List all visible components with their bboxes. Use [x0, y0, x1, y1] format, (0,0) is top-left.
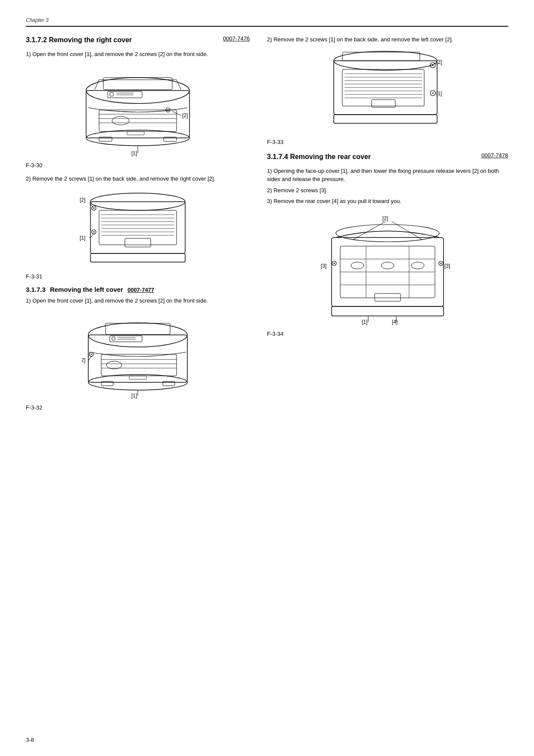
label-2-f33: [2] [436, 59, 442, 65]
figure-F-3-33-label: F-3-33 [267, 139, 508, 145]
svg-rect-48 [110, 336, 142, 342]
label-2-f32: [2] [82, 357, 85, 363]
svg-rect-47 [106, 323, 170, 334]
section-3172-ref: 0007-7476 [223, 35, 250, 42]
figure-F-3-33-container: [2] [1] [267, 50, 508, 136]
label-4-f34: [4] [392, 319, 397, 325]
step-3174-1: 1) Opening the face-up cover [1], and th… [267, 167, 508, 184]
left-column: 3.1.7.2 Removing the right cover 0007-74… [26, 35, 250, 417]
section-3174-title: 3.1.7.4 Removing the rear cover [267, 152, 481, 162]
svg-point-56 [106, 361, 122, 369]
label-3-left-f34: [3] [321, 263, 326, 269]
label-2-f31: [2] [80, 197, 85, 203]
svg-point-15 [112, 116, 129, 125]
figure-F-3-31-container: [1] [2] [26, 189, 250, 271]
label-2-f34-top: [2] [382, 216, 388, 222]
figure-F-3-34: [2] [3] [3] [319, 212, 456, 328]
label-1-f32: [1] [131, 393, 137, 399]
svg-point-94 [351, 262, 364, 269]
svg-point-87 [336, 225, 439, 242]
figure-F-3-32-label: F-3-32 [26, 404, 250, 411]
section-3174: 3.1.7.4 Removing the rear cover 0007-747… [267, 152, 508, 337]
section-3173-number: 3.1.7.3 [26, 286, 46, 293]
step-3173-1: 1) Open the front cover [1], and remove … [26, 297, 250, 305]
section-3173-ref: 0007-7477 [127, 287, 154, 293]
svg-rect-68 [342, 69, 424, 106]
svg-rect-49 [112, 337, 115, 340]
figure-F-3-34-label: F-3-34 [267, 331, 508, 337]
figure-F-3-34-container: [2] [3] [3] [267, 212, 508, 328]
figure-F-3-33: [2] [1] [325, 50, 450, 136]
section-3174-ref: 0007-7478 [481, 152, 508, 159]
svg-point-96 [411, 262, 424, 269]
figure-F-3-31-label: F-3-31 [26, 273, 250, 280]
section-3173-title-text: Removing the left cover [50, 286, 123, 293]
figure-F-3-32: [2] [1] [82, 311, 194, 402]
svg-rect-65 [334, 61, 437, 115]
svg-rect-35 [90, 253, 185, 262]
svg-rect-8 [110, 93, 113, 96]
svg-rect-98 [375, 294, 400, 301]
figure-F-3-30-label: F-3-30 [26, 162, 250, 169]
section-3174-title-block: 3.1.7.4 Removing the rear cover [267, 152, 481, 163]
step-3174-2: 2) Remove 2 screws [3]. [267, 186, 508, 195]
step-3172-2: 2) Remove the 2 screws [1] on the back s… [26, 175, 250, 183]
label-1-f34: [1] [362, 319, 367, 325]
section-3172-title: 3.1.7.2 Removing the right cover [26, 35, 223, 45]
svg-rect-78 [334, 115, 437, 123]
section-3172-title-block: 3.1.7.2 Removing the right cover [26, 35, 223, 47]
svg-rect-24 [90, 202, 185, 253]
step-right-3172: 2) Remove the 2 screws [1] on the back s… [267, 35, 508, 44]
figure-F-3-32-container: [2] [1] [26, 311, 250, 402]
svg-rect-7 [108, 91, 142, 98]
header-rule [26, 26, 508, 27]
figure-F-3-31: [1] [2] [78, 189, 198, 271]
svg-rect-97 [332, 306, 444, 316]
svg-rect-52 [101, 354, 177, 376]
page: Chapter 3 3.1.7.2 Removing the right cov… [0, 0, 534, 756]
svg-line-100 [392, 222, 422, 240]
svg-rect-6 [103, 78, 172, 90]
step-3172-1: 1) Open the front cover [1], and remove … [26, 50, 250, 59]
page-number: 3-8 [26, 737, 34, 743]
svg-point-95 [381, 262, 394, 269]
section-3174-header: 3.1.7.4 Removing the rear cover 0007-747… [267, 152, 508, 163]
svg-rect-23 [127, 131, 144, 135]
svg-rect-11 [99, 110, 177, 131]
svg-line-5 [177, 80, 181, 90]
right-column: 2) Remove the 2 screws [1] on the back s… [267, 35, 508, 417]
content-columns: 3.1.7.2 Removing the right cover 0007-74… [26, 35, 508, 417]
svg-line-3 [95, 80, 99, 90]
section-3173: 3.1.7.3 Removing the left cover 0007-747… [26, 286, 250, 411]
svg-rect-64 [129, 376, 146, 379]
step-3174-3: 3) Remove the rear cover [4] as you pull… [267, 197, 508, 206]
svg-rect-34 [125, 238, 151, 247]
label-1-f31: [1] [80, 235, 85, 241]
svg-line-60 [88, 356, 91, 361]
section-3172-header: 3.1.7.2 Removing the right cover 0007-74… [26, 35, 250, 47]
chapter-header: Chapter 3 [26, 17, 508, 23]
label-2-f30: [2] [182, 112, 188, 119]
section-3172: 3.1.7.2 Removing the right cover 0007-74… [26, 35, 250, 280]
section-3173-title-row: 3.1.7.3 Removing the left cover 0007-747… [26, 286, 250, 293]
figure-F-3-30: [2] [1] [78, 65, 198, 159]
svg-rect-26 [99, 210, 177, 245]
label-1-f33: [1] [436, 91, 442, 97]
label-3-right-f34: [3] [444, 263, 450, 269]
figure-F-3-30-container: [2] [1] [26, 65, 250, 159]
label-1-f30: [1] [131, 150, 137, 156]
svg-line-99 [353, 222, 385, 240]
